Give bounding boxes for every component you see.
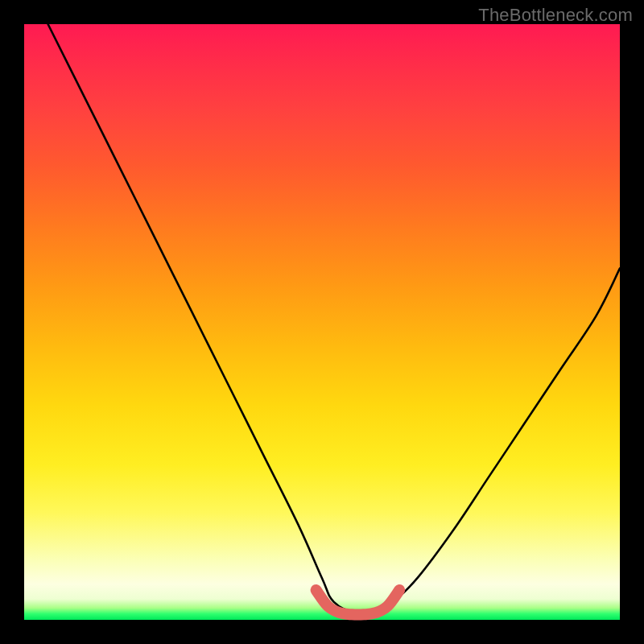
chart-outer-frame: TheBottleneck.com: [0, 0, 644, 644]
chart-svg: [24, 24, 620, 620]
watermark-text: TheBottleneck.com: [478, 5, 633, 26]
bottleneck-curve: [48, 24, 620, 616]
chart-plot-area: [24, 24, 620, 620]
